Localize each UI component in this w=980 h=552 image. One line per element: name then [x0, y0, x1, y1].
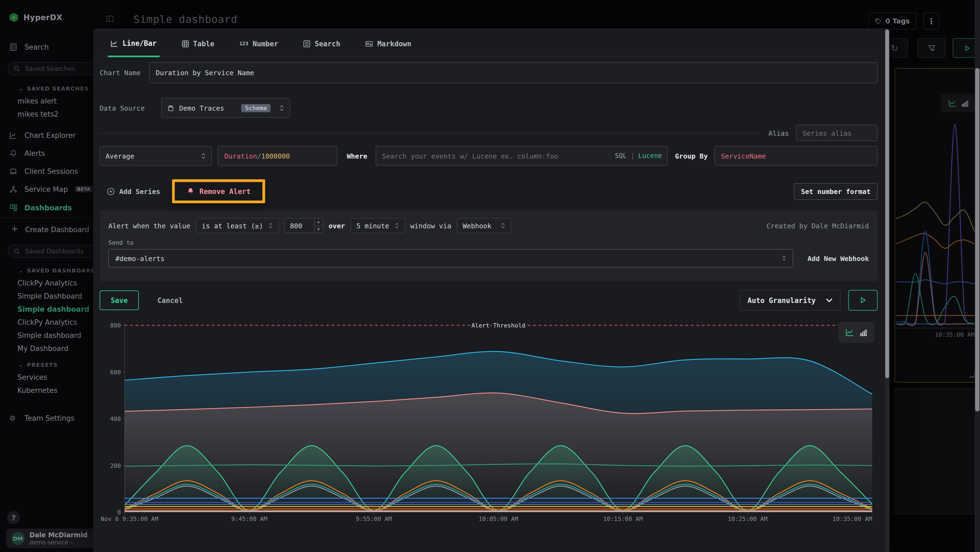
plus-circle-icon — [107, 187, 115, 195]
aggregation-select[interactable]: Average — [100, 146, 212, 166]
edit-chart-modal: Line/Bar Table 123 Number Search — [93, 28, 889, 552]
tab-markdown[interactable]: Markdown — [363, 38, 414, 56]
svg-text:400: 400 — [110, 415, 121, 422]
group-by-label: Group By — [675, 152, 708, 160]
svg-text:10:35:00 AM: 10:35:00 AM — [832, 515, 872, 522]
markdown-icon — [365, 41, 373, 46]
svg-text:Alert Threshold: Alert Threshold — [471, 322, 526, 329]
bar-chart-icon[interactable] — [860, 329, 867, 336]
duration-chart: 0200400600800Nov 6 9:35:00 AM9:45:00 AM9… — [100, 317, 880, 527]
add-series-button[interactable]: Add Series — [107, 187, 160, 195]
svg-text:9:55:00 AM: 9:55:00 AM — [356, 515, 392, 522]
chart-type-tabs: Line/Bar Table 123 Number Search — [100, 28, 878, 57]
chart-name-input[interactable] — [149, 62, 878, 83]
chart-name-label: Chart Name — [100, 69, 149, 77]
where-label: Where — [347, 152, 367, 160]
alert-settings-panel: Alert when the value is at least (≥) ▲▼ … — [100, 211, 878, 281]
tab-line-bar[interactable]: Line/Bar — [108, 38, 159, 57]
chevron-updown-icon — [395, 222, 399, 229]
svg-text:Nov 6 9:35:00 AM: Nov 6 9:35:00 AM — [101, 515, 158, 522]
alert-window-select[interactable]: 5 minute — [350, 218, 405, 233]
formula-operator: / — [257, 152, 261, 160]
svg-text:600: 600 — [110, 369, 121, 376]
stepper-arrows[interactable]: ▲▼ — [314, 219, 323, 233]
lucene-option[interactable]: Lucene — [638, 152, 662, 160]
data-source-value: Demo Traces — [179, 104, 224, 112]
remove-alert-button[interactable]: Remove Alert — [175, 182, 263, 201]
webhook-select[interactable]: #demo-alerts — [108, 249, 793, 268]
chart-type-toggle[interactable] — [838, 322, 874, 343]
modal-scrollbar-thumb[interactable] — [885, 29, 889, 378]
alias-label: Alias — [768, 129, 789, 137]
over-label: over — [329, 222, 345, 230]
data-source-label: Data Source — [100, 104, 161, 112]
bell-icon — [187, 187, 195, 195]
chevron-updown-icon — [501, 222, 505, 229]
schema-badge: Schema — [242, 104, 271, 112]
chevron-updown-icon — [201, 152, 206, 160]
tab-table[interactable]: Table — [179, 38, 217, 56]
group-by-value: ServiceName — [721, 152, 766, 160]
database-icon — [167, 104, 174, 112]
series-divider — [100, 133, 760, 134]
chevron-updown-icon — [279, 104, 284, 112]
query-language-toggle[interactable]: SQL | Lucene — [615, 146, 662, 166]
svg-text:0: 0 — [117, 509, 121, 516]
chevron-updown-icon — [782, 255, 786, 262]
send-to-label: Send to — [108, 239, 869, 246]
alert-threshold-input[interactable] — [285, 219, 314, 233]
tab-number[interactable]: 123 Number — [237, 38, 281, 56]
add-new-webhook-button[interactable]: Add New Webhook — [807, 254, 869, 262]
svg-text:9:45:00 AM: 9:45:00 AM — [231, 515, 267, 522]
chevron-down-icon — [826, 298, 832, 302]
alias-input[interactable] — [796, 125, 878, 141]
svg-text:800: 800 — [110, 322, 121, 329]
data-source-select[interactable]: Demo Traces Schema — [161, 98, 290, 118]
formula-value: 1000000 — [261, 152, 290, 160]
cancel-button[interactable]: Cancel — [158, 296, 183, 304]
run-chart-button[interactable] — [848, 290, 878, 311]
chart-preview: 0200400600800Nov 6 9:35:00 AM9:45:00 AM9… — [100, 317, 878, 529]
svg-text:10:15:00 AM: 10:15:00 AM — [603, 515, 643, 522]
search-list-icon — [303, 40, 310, 47]
line-chart-icon[interactable] — [846, 329, 854, 336]
line-chart-icon — [111, 40, 118, 46]
page-scrollbar[interactable] — [975, 0, 980, 552]
page-scrollbar-thumb[interactable] — [975, 68, 980, 412]
granularity-select[interactable]: Auto Granularity — [739, 290, 841, 311]
chevron-updown-icon — [268, 222, 272, 229]
aggregation-value: Average — [106, 152, 134, 160]
alert-channel-select[interactable]: Webhook — [457, 218, 511, 233]
svg-text:200: 200 — [110, 463, 121, 469]
table-icon — [181, 40, 189, 47]
alert-condition-select[interactable]: is at least (≥) — [196, 218, 278, 233]
number-123-icon: 123 — [240, 41, 248, 46]
annotation-highlight-ring: Remove Alert — [172, 179, 266, 203]
formula-input[interactable]: Duration/1000000 — [218, 146, 337, 166]
created-by-label: Created by Dale McDiarmid — [767, 222, 869, 230]
formula-field: Duration — [224, 152, 257, 160]
save-button[interactable]: Save — [100, 290, 139, 310]
modal-scrollbar[interactable] — [885, 28, 889, 552]
svg-text:10:25:00 AM: 10:25:00 AM — [728, 515, 767, 522]
svg-text:10:05:00 AM: 10:05:00 AM — [479, 515, 518, 522]
alert-prefix-label: Alert when the value — [108, 222, 190, 230]
set-number-format-button[interactable]: Set number format — [794, 183, 878, 200]
tab-search[interactable]: Search — [301, 38, 343, 56]
app-root: ⚡ HyperDX Search ⌄ SAVED SEARCHES mikes … — [0, 0, 980, 552]
sql-option[interactable]: SQL — [615, 152, 627, 160]
group-by-input[interactable]: ServiceName — [714, 146, 878, 166]
alert-threshold-stepper[interactable]: ▲▼ — [284, 218, 323, 233]
window-via-label: window via — [410, 222, 451, 230]
